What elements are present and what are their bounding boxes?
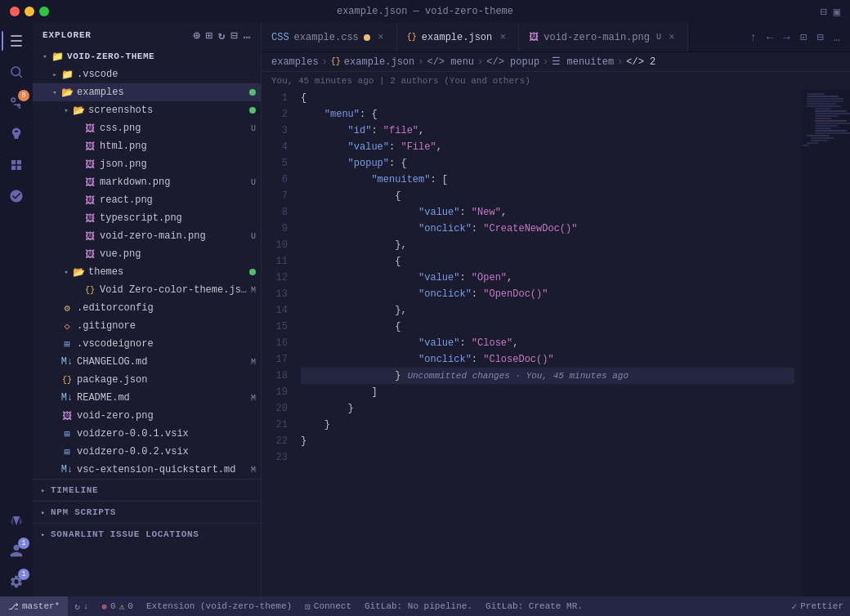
activity-search[interactable]: [2, 57, 31, 87]
inline-git-message: Uncommitted changes · You, 45 minutes ag…: [407, 368, 629, 384]
sonarlint-label: SONARLINT ISSUE LOCATIONS: [51, 529, 199, 539]
quickstart-item[interactable]: M↓ vsc-extension-quickstart.md M: [33, 461, 261, 479]
vscodeignore-item[interactable]: ⊞ .vscodeignore: [33, 335, 261, 353]
bc-example-json[interactable]: example.json: [344, 56, 414, 68]
prettier-status[interactable]: ✓ Prettier: [785, 596, 850, 616]
tab-png-close[interactable]: ×: [666, 32, 678, 43]
code-content[interactable]: { "menu": { "id": "file", "value": "File…: [294, 90, 801, 596]
themes-folder-item[interactable]: 📂 themes: [33, 263, 261, 281]
gitlab-mr-status[interactable]: GitLab: Create MR.: [479, 596, 589, 616]
ln-16: 16: [262, 335, 288, 351]
void-zero-main-png-item[interactable]: 🖼 void-zero-main.png U: [33, 227, 261, 245]
activity-explorer[interactable]: [2, 26, 31, 56]
tab-example-json[interactable]: {} example.json ×: [397, 23, 519, 51]
package-json-item[interactable]: {} package.json: [33, 371, 261, 389]
screenshots-folder-item[interactable]: 📂 screenshots: [33, 101, 261, 119]
json-png-label: json.png: [100, 158, 261, 170]
voidzero-001-label: voidzero-0.0.1.vsix: [77, 428, 261, 440]
void-zero-theme-json-badge: M: [251, 286, 256, 295]
activity-extensions[interactable]: [2, 150, 31, 180]
sonarlint-header[interactable]: ▸ SONARLINT ISSUE LOCATIONS: [33, 524, 261, 545]
code-line-9: "onclick": "CreateNewDoc()": [301, 221, 794, 237]
extension-status[interactable]: Extension (void-zero-theme): [140, 596, 298, 616]
history-back-icon[interactable]: ←: [763, 29, 776, 46]
npm-scripts-header[interactable]: ▸ NPM SCRIPTS: [33, 502, 261, 523]
split-editor-icon[interactable]: ⊟: [820, 5, 826, 19]
themes-dot: [249, 269, 256, 275]
react-png-item[interactable]: 🖼 react.png: [33, 191, 261, 209]
tab-json-close[interactable]: ×: [497, 32, 508, 43]
status-bar: ⎇ master* ↻ ↓ ⊗ 0 ⚠ 0 Extension (void-ze…: [0, 596, 850, 616]
vue-png-item[interactable]: 🖼 vue.png: [33, 245, 261, 263]
void-zero-theme-json-item[interactable]: {} Void Zero-color-theme.json M: [33, 281, 261, 299]
upload-icon[interactable]: ↑: [747, 29, 760, 46]
gitignore-item[interactable]: ◇ .gitignore: [33, 317, 261, 335]
bc-2[interactable]: </> 2: [626, 56, 655, 68]
tab-void-zero-main-png[interactable]: 🖼 void-zero-main.png U ×: [519, 23, 688, 52]
json-png-item[interactable]: 🖼 json.png: [33, 155, 261, 173]
readme-item[interactable]: M↓ README.md M: [33, 389, 261, 407]
examples-folder-item[interactable]: 📂 examples: [33, 83, 261, 101]
line-numbers: 1 2 3 4 5 6 7 8 9 10 11 12 13 14 15 16 1…: [262, 90, 294, 596]
collapse-all-icon[interactable]: ⊟: [230, 29, 238, 42]
more-tab-actions-icon[interactable]: …: [830, 29, 843, 46]
code-line-13: "onclick": "OpenDoc()": [301, 286, 794, 302]
git-branch[interactable]: ⎇ master*: [0, 596, 68, 616]
layout-icon[interactable]: ▣: [834, 5, 840, 19]
changelog-item[interactable]: M↓ CHANGELOG.md M: [33, 353, 261, 371]
activity-gitlab[interactable]: [2, 505, 31, 534]
code-line-18: } Uncommitted changes · You, 45 minutes …: [301, 368, 794, 384]
readme-badge: M: [251, 394, 256, 403]
sidebar-header-actions: ⊕ ⊞ ↻ ⊟ …: [193, 29, 251, 42]
window-controls: [10, 7, 49, 16]
vscode-folder-item[interactable]: 📁 .vscode: [33, 65, 261, 83]
editorconfig-item[interactable]: ⚙ .editorconfig: [33, 299, 261, 317]
void-zero-theme-json-icon: {}: [83, 283, 96, 297]
css-png-item[interactable]: 🖼 css.png U: [33, 119, 261, 137]
tab-example-css[interactable]: CSS example.css ×: [262, 23, 397, 52]
maximize-button[interactable]: [39, 7, 49, 16]
tab-css-label: example.css: [294, 32, 359, 43]
typescript-png-item[interactable]: 🖼 typescript.png: [33, 209, 261, 227]
root-folder[interactable]: 📁 VOID-ZERO-THEME: [33, 47, 261, 65]
activity-settings[interactable]: 1: [2, 567, 31, 596]
split-editor-tab-icon[interactable]: ⊟: [813, 29, 826, 46]
minimap: [801, 90, 850, 596]
markdown-png-item[interactable]: 🖼 markdown.png U: [33, 173, 261, 191]
void-zero-png-item[interactable]: 🖼 void-zero.png: [33, 407, 261, 425]
tab-css-close[interactable]: ×: [375, 32, 387, 43]
sync-status[interactable]: ↻ ↓: [68, 596, 95, 616]
activity-source-control[interactable]: 8: [2, 88, 31, 118]
react-png-icon: 🖼: [83, 194, 96, 207]
minimize-button[interactable]: [25, 7, 34, 16]
bc-menuitem[interactable]: ☰ menuitem: [552, 56, 614, 68]
gitignore-icon: ◇: [60, 319, 74, 333]
ln-23: 23: [262, 449, 288, 466]
new-file-icon[interactable]: ⊕: [193, 29, 200, 42]
code-editor[interactable]: 1 2 3 4 5 6 7 8 9 10 11 12 13 14 15 16 1…: [262, 90, 850, 596]
code-line-6: "menuitem": [: [301, 172, 794, 188]
activity-debug[interactable]: [2, 119, 31, 149]
bc-menu[interactable]: </> menu: [427, 56, 474, 68]
history-forward-icon[interactable]: →: [780, 29, 793, 46]
tab-actions: ↑ ← → ⊡ ⊟ …: [740, 29, 851, 46]
more-actions-icon[interactable]: …: [244, 29, 251, 42]
gitlab-pipeline-status[interactable]: GitLab: No pipeline.: [358, 596, 479, 616]
connect-status[interactable]: ⊡ Connect: [298, 596, 358, 616]
error-status[interactable]: ⊗ 0 ⚠ 0: [95, 596, 139, 616]
ln-2: 2: [262, 106, 288, 123]
voidzero-001-item[interactable]: ⊞ voidzero-0.0.1.vsix: [33, 425, 261, 443]
timeline-header[interactable]: ▸ TIMELINE: [33, 480, 261, 501]
html-png-item[interactable]: 🖼 html.png: [33, 137, 261, 155]
new-folder-icon[interactable]: ⊞: [206, 29, 213, 42]
voidzero-002-item[interactable]: ⊞ voidzero-0.0.2.vsix: [33, 443, 261, 461]
activity-account[interactable]: 1: [2, 536, 31, 565]
close-button[interactable]: [10, 7, 20, 16]
activity-remote[interactable]: [2, 181, 31, 211]
open-changes-icon[interactable]: ⊡: [797, 29, 810, 46]
refresh-icon[interactable]: ↻: [218, 29, 226, 42]
bc-popup[interactable]: </> popup: [486, 56, 539, 68]
tab-png-badge: U: [656, 33, 661, 42]
bc-examples[interactable]: examples: [271, 56, 319, 68]
changelog-label: CHANGELOG.md: [77, 356, 251, 368]
